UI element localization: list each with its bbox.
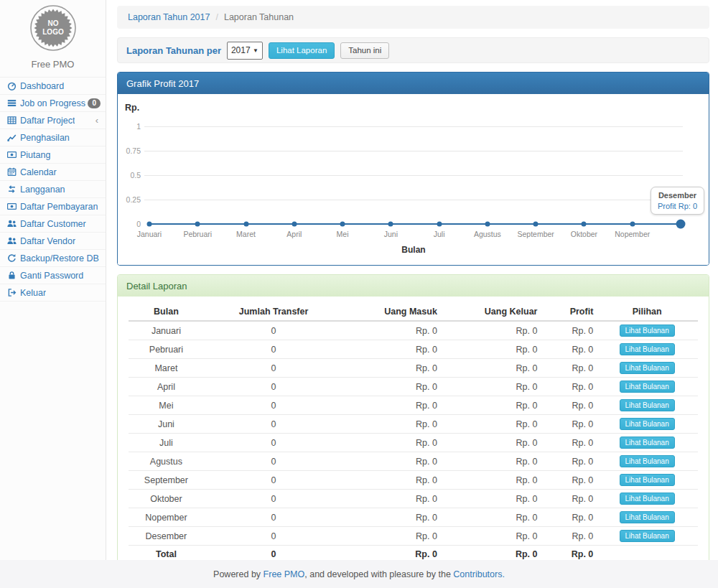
x-axis-tick-label: Agustus [462,230,513,238]
view-report-button[interactable]: Lihat Laporan [269,42,335,59]
table-row-april: April0Rp. 0Rp. 0Rp. 0Lihat Bulanan [129,378,698,396]
cell-keluar: Rp. 0 [440,508,541,527]
sidebar-item-daftar-pembayaran[interactable]: Daftar Pembayaran [0,198,106,215]
view-monthly-button-mei[interactable]: Lihat Bulanan [620,399,675,411]
sidebar-item-penghasilan[interactable]: Penghasilan [0,129,106,146]
chart-y-axis-title: Rp. [125,103,139,113]
footer-link-free-pmo[interactable]: Free PMO [264,569,305,579]
data-point-juli[interactable] [437,222,442,227]
sidebar-item-label: Job on Progress [20,98,85,108]
view-monthly-button-april[interactable]: Lihat Bulanan [620,381,675,393]
table-row-september: September0Rp. 0Rp. 0Rp. 0Lihat Bulanan [129,471,698,490]
caret-down-icon: ▼ [253,47,258,54]
cell-masuk: Rp. 0 [343,452,440,471]
cell-profit: Rp. 0 [540,340,596,359]
breadcrumb: Laporan Tahun 2017 / Laporan Tahunan [117,6,709,29]
cell-bulan: September [129,471,204,490]
tooltip-value: Profit Rp: 0 [658,202,697,210]
cell-keluar: Rp. 0 [440,396,541,415]
sidebar-item-keluar[interactable]: Keluar [0,284,106,302]
table-row-maret: Maret0Rp. 0Rp. 0Rp. 0Lihat Bulanan [129,359,698,378]
sidebar-item-calendar[interactable]: Calendar [0,164,106,181]
sidebar-item-daftar-vendor[interactable]: Daftar Vendor [0,233,106,250]
data-point-september[interactable] [533,222,538,227]
this-year-button[interactable]: Tahun ini [340,42,389,59]
view-monthly-button-januari[interactable]: Lihat Bulanan [620,325,675,337]
cell-profit: Rp. 0 [540,434,596,452]
cell-bulan: April [129,378,204,396]
cell-bulan: Juli [129,434,204,452]
cell-jumlah: 0 [204,321,343,340]
data-point-mei[interactable] [340,222,345,227]
footer-text-middle: , and developed with pleasure by the [304,569,451,579]
total-empty-cell [596,546,698,561]
year-select[interactable]: 2017 ▼ [227,42,263,60]
data-point-nopember[interactable] [630,222,635,227]
sidebar-item-backup-restore-db[interactable]: Backup/Restore DB [0,250,106,267]
data-point-januari[interactable] [147,222,152,227]
column-header-uang-keluar: Uang Keluar [440,303,541,321]
table-row-nopember: Nopember0Rp. 0Rp. 0Rp. 0Lihat Bulanan [129,508,698,527]
view-monthly-button-nopember[interactable]: Lihat Bulanan [620,511,675,523]
view-monthly-button-desember[interactable]: Lihat Bulanan [620,530,675,542]
data-point-april[interactable] [292,222,297,227]
line-chart-icon [5,133,18,142]
sidebar-item-ganti-password[interactable]: Ganti Password [0,267,106,284]
cell-bulan: Januari [129,321,204,340]
sidebar-item-daftar-customer[interactable]: Daftar Customer [0,215,106,233]
tasks-icon [5,98,18,108]
report-filter-bar: Laporan Tahunan per 2017 ▼ Lihat Laporan… [117,37,709,63]
cell-bulan: Juni [129,415,204,434]
sidebar-item-daftar-project[interactable]: Daftar Project‹ [0,112,106,129]
cell-keluar: Rp. 0 [440,434,541,452]
data-point-oktober[interactable] [582,222,587,227]
report-table: BulanJumlah TransferUang MasukUang Kelua… [129,303,698,560]
cell-bulan: Mei [129,396,204,415]
logo-text-line1: NO [47,19,58,27]
footer-link-contributors[interactable]: Contributors. [453,569,505,579]
data-point-juni[interactable] [388,222,393,227]
total-label: Total [129,546,204,561]
column-header-uang-masuk: Uang Masuk [343,303,440,321]
table-row-oktober: Oktober0Rp. 0Rp. 0Rp. 0Lihat Bulanan [129,490,698,508]
view-monthly-button-juli[interactable]: Lihat Bulanan [620,437,675,449]
data-point-desember[interactable] [676,220,686,229]
chart-gridline [144,151,683,151]
sidebar-item-job-on-progress[interactable]: Job on Progress0 [0,95,106,112]
sidebar-item-langganan[interactable]: Langganan [0,181,106,198]
refresh-icon [5,253,18,263]
no-logo-seal-icon: NO LOGO [29,4,77,52]
x-axis-tick-label: April [269,230,320,238]
cell-keluar: Rp. 0 [440,321,541,340]
view-monthly-button-pebruari[interactable]: Lihat Bulanan [620,343,675,355]
brand-logo-box: NO LOGO Free PMO [0,0,106,77]
sidebar-item-label: Penghasilan [20,133,70,143]
cell-keluar: Rp. 0 [440,490,541,508]
money-icon [5,150,18,159]
breadcrumb-link-laporan-tahun[interactable]: Laporan Tahun 2017 [128,12,210,22]
view-monthly-button-agustus[interactable]: Lihat Bulanan [620,455,675,467]
money-icon [5,202,18,211]
year-select-value: 2017 [231,45,251,55]
y-axis-tick-label: 0.75 [118,146,141,155]
sidebar-item-label: Backup/Restore DB [20,253,99,263]
view-monthly-button-september[interactable]: Lihat Bulanan [620,474,675,486]
sidebar-item-label: Daftar Pembayaran [20,202,98,212]
chart-gridline [144,200,683,200]
sidebar-item-piutang[interactable]: Piutang [0,146,106,164]
view-monthly-button-juni[interactable]: Lihat Bulanan [620,418,675,430]
data-point-pebruari[interactable] [195,222,200,227]
view-monthly-button-oktober[interactable]: Lihat Bulanan [620,493,675,505]
data-point-maret[interactable] [243,222,248,227]
table-total-row: Total0Rp. 0Rp. 0Rp. 0 [129,546,698,561]
data-point-agustus[interactable] [485,222,490,227]
column-header-profit: Profit [540,303,596,321]
cell-profit: Rp. 0 [540,321,596,340]
x-axis-tick-label: Juli [414,230,465,238]
view-monthly-button-maret[interactable]: Lihat Bulanan [620,362,675,374]
app-window: NO LOGO Free PMO DashboardJob on Progres… [0,0,718,588]
sidebar-item-dashboard[interactable]: Dashboard [0,78,106,95]
column-header-bulan: Bulan [129,303,204,321]
table-row-agustus: Agustus0Rp. 0Rp. 0Rp. 0Lihat Bulanan [129,452,698,471]
table-row-desember: Desember0Rp. 0Rp. 0Rp. 0Lihat Bulanan [129,527,698,546]
